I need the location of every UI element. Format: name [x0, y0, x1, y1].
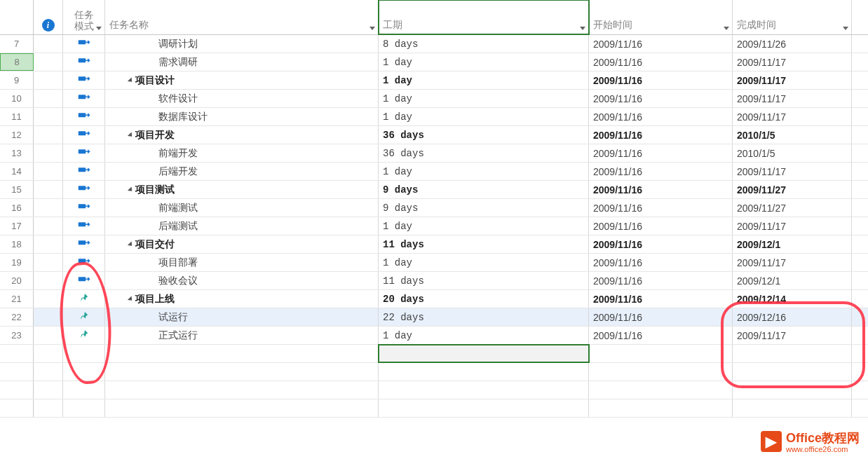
cell-task-mode[interactable] [63, 181, 105, 198]
cell-task-mode[interactable] [63, 199, 105, 217]
row-number[interactable] [0, 399, 34, 417]
cell-duration[interactable]: 9 days [379, 181, 589, 198]
cell-task-name[interactable]: 后端开发 [105, 163, 379, 180]
cell-duration[interactable]: 22 days [379, 308, 589, 326]
cell-duration[interactable]: 1 day [379, 163, 589, 180]
cell-task-mode[interactable] [63, 35, 105, 53]
row-number[interactable]: 11 [0, 108, 34, 125]
cell-info[interactable] [34, 199, 63, 217]
cell-duration[interactable]: 1 day [379, 90, 589, 107]
row-number[interactable]: 7 [0, 35, 34, 53]
cell-info[interactable] [34, 327, 63, 344]
row-number[interactable]: 19 [0, 254, 34, 271]
cell-start[interactable]: 2009/11/16 [589, 272, 733, 289]
cell-start[interactable]: 2009/11/16 [589, 217, 733, 235]
cell-info[interactable] [34, 181, 63, 198]
row-number[interactable]: 15 [0, 181, 34, 198]
cell-finish[interactable]: 2009/11/17 [733, 217, 852, 235]
cell-task-mode[interactable] [63, 163, 105, 180]
cell-start[interactable]: 2009/11/16 [589, 199, 733, 217]
cell-duration[interactable]: 11 days [379, 272, 589, 289]
cell-info[interactable] [34, 254, 63, 271]
dropdown-icon[interactable] [369, 27, 375, 30]
cell-task-mode[interactable] [63, 126, 105, 144]
cell-task-name[interactable]: 项目部署 [105, 254, 379, 271]
cell-duration[interactable]: 1 day [379, 217, 589, 235]
cell-duration[interactable]: 1 day [379, 254, 589, 271]
row-number[interactable]: 20 [0, 272, 34, 289]
dropdown-icon[interactable] [96, 27, 102, 30]
cell-start[interactable]: 2009/11/16 [589, 90, 733, 107]
cell-task-name[interactable]: 前端测试 [105, 199, 379, 217]
row-number[interactable]: 23 [0, 327, 34, 344]
row-number[interactable]: 14 [0, 163, 34, 180]
cell-finish[interactable]: 2009/11/17 [733, 108, 852, 125]
row-number[interactable] [0, 381, 34, 399]
cell-duration[interactable]: 11 days [379, 235, 589, 253]
row-number[interactable] [0, 345, 34, 362]
dropdown-icon[interactable] [843, 27, 848, 30]
cell-start[interactable] [589, 345, 733, 362]
cell-mode[interactable] [63, 345, 105, 362]
cell-task-name[interactable]: 前端开发 [105, 144, 379, 162]
cell-info[interactable] [34, 53, 63, 71]
cell-task-mode[interactable] [63, 144, 105, 162]
header-task-mode[interactable]: 任务 模式 [63, 0, 105, 34]
cell-duration[interactable]: 1 day [379, 327, 589, 344]
header-finish[interactable]: 完成时间 [733, 0, 852, 34]
cell-info[interactable] [34, 272, 63, 289]
cell-info[interactable] [34, 35, 63, 53]
cell-start[interactable]: 2009/11/16 [589, 181, 733, 198]
row-number[interactable] [0, 363, 34, 381]
row-number[interactable]: 10 [0, 90, 34, 107]
cell-start[interactable]: 2009/11/16 [589, 144, 733, 162]
cell-name[interactable] [105, 345, 379, 362]
cell-start[interactable]: 2009/11/16 [589, 126, 733, 144]
collapse-icon[interactable] [128, 296, 134, 302]
cell-info[interactable] [34, 144, 63, 162]
cell-task-name[interactable]: 调研计划 [105, 35, 379, 53]
header-start[interactable]: 开始时间 [589, 0, 733, 34]
cell-finish[interactable]: 2009/11/17 [733, 90, 852, 107]
cell-info[interactable] [34, 345, 63, 362]
cell-start[interactable]: 2009/11/16 [589, 35, 733, 53]
cell-duration[interactable]: 1 day [379, 53, 589, 71]
cell-duration[interactable]: 36 days [379, 144, 589, 162]
row-number[interactable]: 8 [0, 53, 34, 71]
cell-task-name[interactable]: 正式运行 [105, 327, 379, 344]
cell-task-mode[interactable] [63, 53, 105, 71]
cell-task-name[interactable]: 项目开发 [105, 126, 379, 144]
cell-finish[interactable]: 2009/12/1 [733, 272, 852, 289]
cell-finish[interactable]: 2009/11/17 [733, 163, 852, 180]
cell-task-mode[interactable] [63, 108, 105, 125]
cell-task-name[interactable]: 数据库设计 [105, 108, 379, 125]
cell-finish[interactable]: 2009/11/26 [733, 35, 852, 53]
cell-start[interactable]: 2009/11/16 [589, 254, 733, 271]
row-number[interactable]: 16 [0, 199, 34, 217]
cell-task-mode[interactable] [63, 272, 105, 289]
cell-duration[interactable]: 20 days [379, 290, 589, 308]
cell-start[interactable]: 2009/11/16 [589, 290, 733, 308]
cell-duration[interactable]: 1 day [379, 71, 589, 89]
cell-task-mode[interactable] [63, 90, 105, 107]
header-info[interactable]: i [34, 0, 63, 34]
cell-finish[interactable]: 2009/11/17 [733, 71, 852, 89]
row-number[interactable]: 21 [0, 290, 34, 308]
cell-finish[interactable]: 2009/11/27 [733, 199, 852, 217]
cell-task-name[interactable]: 项目设计 [105, 71, 379, 89]
cell-task-name[interactable]: 项目交付 [105, 235, 379, 253]
active-cell[interactable] [379, 345, 589, 362]
cell-info[interactable] [34, 217, 63, 235]
cell-task-name[interactable]: 项目上线 [105, 290, 379, 308]
cell-finish[interactable]: 2010/1/5 [733, 144, 852, 162]
cell-info[interactable] [34, 71, 63, 89]
header-task-name[interactable]: 任务名称 [105, 0, 379, 34]
cell-info[interactable] [34, 308, 63, 326]
row-number[interactable]: 13 [0, 144, 34, 162]
cell-task-name[interactable]: 试运行 [105, 308, 379, 326]
cell-task-name[interactable]: 验收会议 [105, 272, 379, 289]
dropdown-icon[interactable] [724, 27, 729, 30]
row-number[interactable]: 18 [0, 235, 34, 253]
cell-finish[interactable]: 2010/1/5 [733, 126, 852, 144]
cell-finish[interactable]: 2009/11/17 [733, 53, 852, 71]
